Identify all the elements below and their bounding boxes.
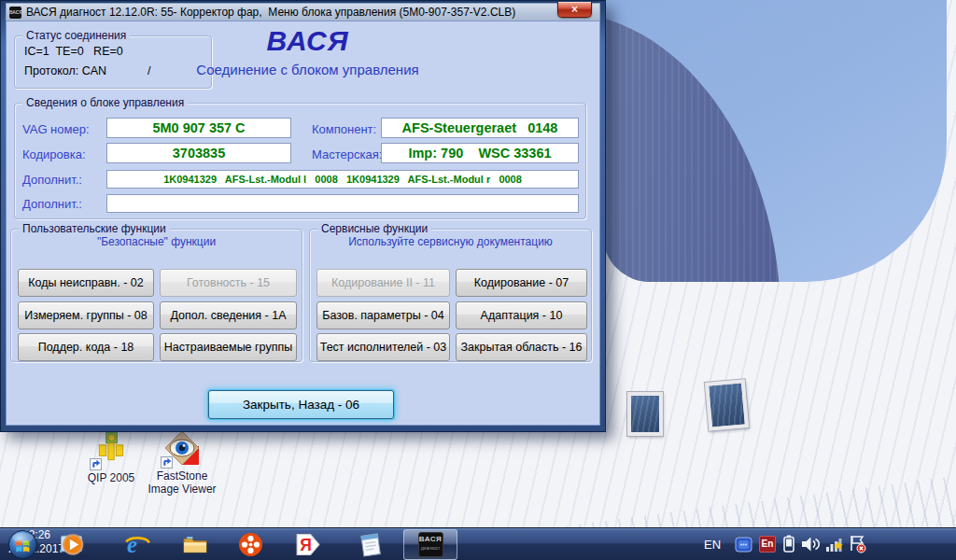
group-title: Сведения о блоке управления [22,96,188,109]
extra-info-field-2[interactable] [106,194,579,213]
supported-codes-button[interactable]: Поддер. кода - 18 [18,333,154,361]
group-subtitle: "Безопасные" функции [11,235,302,248]
component-value: AFS-Steuergeraet 0148 [402,120,558,135]
svg-text:e: e [127,532,137,557]
title-bar[interactable]: ВАСЯ ВАСЯ диагност 12.12.0R: 55- Коррект… [6,3,600,21]
start-button[interactable] [7,529,38,560]
media-player-icon [60,532,85,557]
vasya-icon-subtext: диагност [419,546,443,551]
basic-settings-button[interactable]: Базов. параметры - 04 [316,301,450,329]
network-bars-glyph [825,536,844,553]
taskbar-film-reel-app[interactable] [238,532,263,560]
vcds-window: ВАСЯ ВАСЯ диагност 12.12.0R: 55- Коррект… [0,0,606,432]
taskbar-yandex-browser[interactable]: Я [294,532,321,560]
tray-blue-icon [735,536,752,553]
service-functions-group: Сервисные функции Используйте сервисную … [309,229,592,362]
vasya-icon-text: ВАСЯ [419,533,443,546]
user-functions-group: Пользовательские функции "Безопасные" фу… [10,229,302,362]
app-brand-subtitle: Соединение с блоком управления [193,61,422,78]
language-indicator[interactable]: EN [704,538,721,552]
extra-info-value-1: 1K0941329 AFS-Lst.-Modul l 0008 1K094132… [163,174,522,185]
connection-status-group: Статус соединения IC=1 TE=0 RE=0 Протоко… [14,35,212,89]
wallpaper-tower [603,11,780,282]
shortcut-arrow-icon [161,456,173,469]
workshop-field[interactable]: Imp: 790 WSC 33361 [381,143,579,163]
volume-icon[interactable] [801,536,822,556]
vag-number-label: VAG номер: [22,122,90,136]
extra-info-label-1: Дополнит.: [22,173,82,187]
coding-label: Кодировка: [22,147,86,161]
status-spinner: / [148,64,150,77]
taskbar-media-player[interactable] [60,532,85,560]
security-access-button[interactable]: Закрытая область - 16 [456,333,587,361]
close-back-button[interactable]: Закрыть, Назад - 06 [208,390,394,419]
group-title: Пользовательские функции [19,222,170,235]
desktop-icon-qip[interactable]: QIP 2005 [80,431,142,484]
status-protocol: Протокол: CAN [24,64,106,77]
coding-field[interactable]: 3703835 [106,143,291,163]
component-field[interactable]: AFS-Steuergeraet 0148 [381,118,579,138]
coding2-button[interactable]: Кодирование II - 11 [316,269,450,297]
dialog-client-area: Статус соединения IC=1 TE=0 RE=0 Протоко… [6,21,600,426]
adaptation-button[interactable]: Адаптация - 10 [456,301,587,329]
extra-info-label-2: Дополнит.: [22,197,82,211]
wallpaper-window-left [627,392,663,436]
desktop-icon-faststone[interactable]: FastStone Image Viewer [140,429,224,496]
measuring-blocks-button[interactable]: Измеряем. группы - 08 [18,301,154,329]
vasya-app-icon: ВАСЯ диагност [418,532,443,557]
custom-groups-button[interactable]: Настраиваемые группы [160,333,297,361]
windows-orb-icon [7,529,38,560]
svg-text:Я: Я [300,536,312,554]
desktop-icon-label: FastStone Image Viewer [140,469,224,496]
flag-glyph [849,535,866,553]
vag-number-value: 5M0 907 357 C [152,120,245,135]
folder-icon [182,532,208,557]
group-subtitle: Используйте сервисную документацию [310,235,591,248]
window-title: ВАСЯ диагност 12.12.0R: 55- Корректор фа… [26,6,597,19]
punto-switcher-indicator[interactable]: En [759,536,776,553]
shortcut-arrow-icon [90,458,102,470]
taskbar-vasya-active-app[interactable]: ВАСЯ диагност [403,529,457,560]
film-reel-icon [238,532,263,557]
tray-app-icon[interactable] [735,536,752,553]
network-icon[interactable] [825,536,844,556]
desktop-icon-label: QIP 2005 [80,471,142,484]
notepad-icon [358,532,383,557]
action-center-flag-icon[interactable] [849,535,866,557]
internet-explorer-icon: e [124,532,151,557]
workshop-label: Мастерская: [312,147,382,161]
wallpaper-sky-opening [603,0,947,282]
close-button[interactable]: × [557,2,592,18]
taskbar-internet-explorer[interactable]: e [124,532,151,560]
vag-number-field[interactable]: 5M0 907 357 C [106,118,291,138]
status-counters: IC=1 TE=0 RE=0 [24,45,123,58]
workshop-value: Imp: 790 WSC 33361 [408,146,551,161]
wallpaper-window-right [705,379,749,431]
taskbar: e Я [0,527,956,560]
fault-codes-button[interactable]: Коды неисправн. - 02 [18,269,154,297]
taskbar-file-explorer[interactable] [182,532,208,560]
controller-info-group: Сведения о блоке управления VAG номер: 5… [14,103,586,219]
group-title: Сервисные функции [317,222,431,235]
coding-button[interactable]: Кодирование - 07 [456,269,587,297]
battery-glyph [783,535,794,553]
group-title: Статус соединения [22,29,130,42]
extra-info-field-1[interactable]: 1K0941329 AFS-Lst.-Modul l 0008 1K094132… [106,170,579,189]
output-tests-button[interactable]: Тест исполнителей - 03 [316,333,450,361]
app-icon: ВАСЯ [9,7,21,19]
app-brand-title: ВАСЯ [198,25,417,57]
yandex-icon: Я [294,532,321,557]
speaker-glyph [801,536,822,553]
coding-value: 3703835 [173,146,225,161]
taskbar-notepad[interactable] [358,532,383,560]
readiness-button[interactable]: Готовность - 15 [160,269,297,297]
advanced-id-button[interactable]: Допол. сведения - 1A [160,301,297,329]
component-label: Компонент: [312,122,376,136]
battery-icon[interactable] [783,535,794,556]
